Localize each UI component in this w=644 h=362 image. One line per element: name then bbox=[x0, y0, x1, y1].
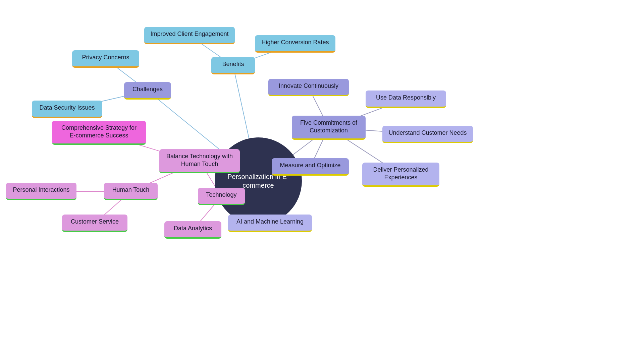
node-improved_client: Improved Client Engagement bbox=[144, 27, 235, 44]
node-comprehensive: Comprehensive Strategy forE-commerce Suc… bbox=[52, 121, 146, 145]
node-five_commitments: Five Commitments ofCustomization bbox=[292, 116, 366, 140]
node-technology: Technology bbox=[198, 188, 245, 205]
node-privacy: Privacy Concerns bbox=[72, 50, 139, 68]
node-challenges: Challenges bbox=[124, 82, 171, 100]
node-human_touch: Human Touch bbox=[104, 183, 158, 200]
node-use_data: Use Data Responsibly bbox=[366, 90, 446, 108]
node-data_analytics: Data Analytics bbox=[164, 221, 221, 239]
node-balance: Balance Technology withHuman Touch bbox=[159, 149, 240, 173]
node-customer_service: Customer Service bbox=[62, 215, 127, 232]
mindmap-container: Personalization in E-commerceBenefitsImp… bbox=[0, 0, 644, 362]
node-innovate: Innovate Continuously bbox=[268, 79, 349, 96]
node-data_security: Data Security Issues bbox=[32, 101, 102, 118]
node-understand: Understand Customer Needs bbox=[382, 126, 473, 143]
node-higher_conversion: Higher Conversion Rates bbox=[255, 35, 335, 53]
node-ai_ml: AI and Machine Learning bbox=[228, 215, 312, 232]
node-benefits: Benefits bbox=[211, 57, 255, 74]
node-personal_interactions: Personal Interactions bbox=[6, 183, 76, 200]
node-deliver: Deliver PersonalizedExperiences bbox=[362, 163, 439, 187]
node-measure: Measure and Optimize bbox=[272, 158, 349, 176]
